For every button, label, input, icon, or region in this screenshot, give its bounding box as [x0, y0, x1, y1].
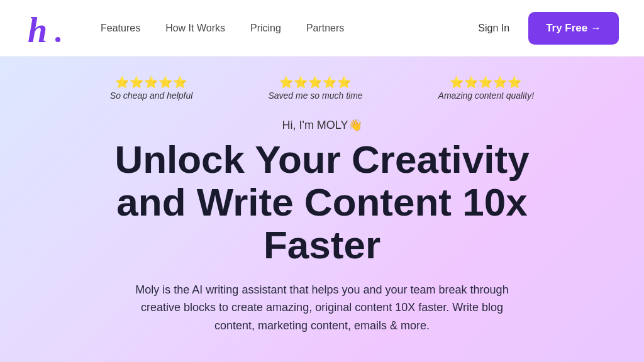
svg-text:h: h — [28, 11, 47, 47]
greeting: Hi, I'm MOLY👋 — [282, 118, 362, 132]
nav-partners[interactable]: Partners — [306, 23, 344, 34]
navbar: h Features How It Works Pricing Partners… — [0, 0, 644, 57]
nav-how-it-works[interactable]: How It Works — [165, 23, 225, 34]
nav-right: Sign In Try Free → — [478, 12, 619, 45]
testimonial-text-1: So cheap and helpful — [110, 90, 193, 101]
stars-2: ⭐⭐⭐⭐⭐ — [279, 75, 352, 89]
stars-1: ⭐⭐⭐⭐⭐ — [115, 75, 187, 89]
testimonial-3: ⭐⭐⭐⭐⭐ Amazing content quality! — [438, 75, 535, 101]
sign-in-link[interactable]: Sign In — [478, 23, 509, 34]
testimonial-text-3: Amazing content quality! — [438, 90, 535, 101]
hero-headline: Unlock Your Creativity and Write Content… — [77, 138, 567, 267]
logo[interactable]: h — [25, 9, 63, 47]
try-free-button[interactable]: Try Free → — [528, 12, 619, 45]
testimonials-row: ⭐⭐⭐⭐⭐ So cheap and helpful ⭐⭐⭐⭐⭐ Saved m… — [110, 75, 534, 101]
nav-links: Features How It Works Pricing Partners — [101, 23, 478, 34]
svg-point-1 — [55, 37, 60, 42]
stars-3: ⭐⭐⭐⭐⭐ — [450, 75, 522, 89]
testimonial-2: ⭐⭐⭐⭐⭐ Saved me so much time — [268, 75, 362, 101]
nav-pricing[interactable]: Pricing — [250, 23, 281, 34]
nav-features[interactable]: Features — [101, 23, 140, 34]
testimonial-text-2: Saved me so much time — [268, 90, 362, 101]
hero-subheadline: Moly is the AI writing assistant that he… — [121, 281, 523, 335]
hero-section: ⭐⭐⭐⭐⭐ So cheap and helpful ⭐⭐⭐⭐⭐ Saved m… — [0, 57, 644, 362]
testimonial-1: ⭐⭐⭐⭐⭐ So cheap and helpful — [110, 75, 193, 101]
